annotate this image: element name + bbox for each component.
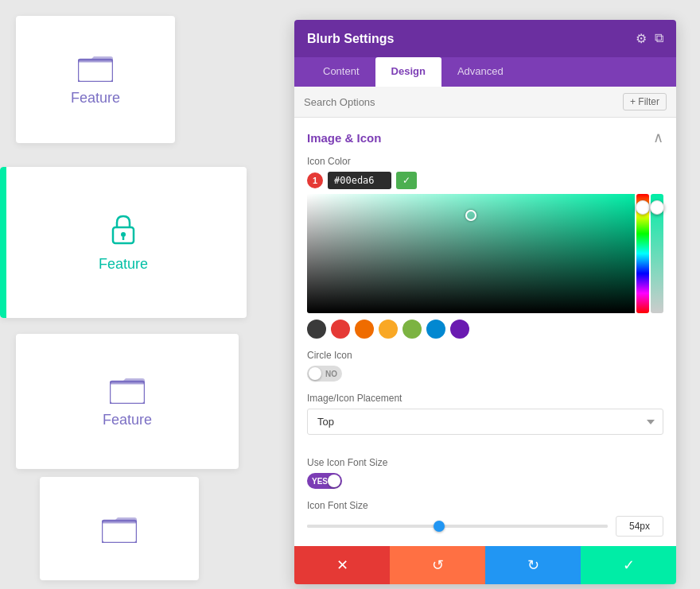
color-input-row: 1 ✓ [307,172,663,189]
opacity-handle [650,200,664,215]
section-collapse-icon[interactable]: ∧ [653,129,663,146]
tab-content[interactable]: Content [307,57,375,87]
color-swatches [307,320,663,339]
undo-button[interactable]: ↺ [390,546,485,584]
icon-font-size-value-input[interactable] [616,516,663,537]
range-track [307,525,608,528]
lock-icon [109,213,138,248]
svg-point-3 [121,232,126,237]
svg-rect-5 [110,382,145,404]
opacity-slider[interactable] [651,194,663,313]
feature-card-3: Feature [16,334,239,469]
feature-card-2: Feature [0,167,247,318]
filter-button[interactable]: + Filter [623,93,667,110]
section-header-image-icon: Image & Icon ∧ [307,129,663,146]
icon-color-field: Icon Color 1 ✓ [307,156,663,339]
circle-icon-label: Circle Icon [307,350,663,361]
settings-icon[interactable]: ⚙ [636,31,647,46]
search-bar: + Filter [294,87,676,118]
section-title-image-icon: Image & Icon [307,131,381,145]
placement-label: Image/Icon Placement [307,393,663,404]
swatch-green[interactable] [402,320,422,339]
use-icon-font-size-toggle[interactable]: YES [307,473,342,489]
hue-slider[interactable] [636,194,649,313]
toggle-knob-on [328,475,340,487]
panel-content: Image & Icon ∧ Icon Color 1 ✓ [294,118,676,546]
use-icon-font-size-label: Use Icon Font Size [307,457,663,468]
folder-icon-2 [110,375,145,404]
toggle-yes-label: YES [312,477,328,486]
header-icons: ⚙ ⧉ [636,31,663,46]
svg-rect-1 [78,60,113,63]
svg-rect-6 [110,382,145,385]
svg-rect-8 [102,521,137,524]
icon-font-size-label: Icon Font Size [307,500,663,511]
toggle-off-label: NO [325,370,337,378]
redo-button[interactable]: ↻ [485,546,581,584]
panel-header: Blurb Settings ⚙ ⧉ [294,20,676,57]
search-input[interactable] [304,96,463,108]
panel-title: Blurb Settings [307,32,394,46]
tab-design[interactable]: Design [375,57,441,87]
image-icon-section: Image & Icon ∧ Icon Color 1 ✓ [294,118,676,546]
bottom-toolbar: ✕ ↺ ↻ ✓ [294,546,676,584]
feature-card-1: Feature [16,16,175,143]
color-confirm-button[interactable]: ✓ [396,172,417,189]
cancel-button[interactable]: ✕ [294,546,390,584]
icon-color-label: Icon Color [307,156,663,167]
gradient-cursor [465,210,476,221]
icon-font-size-field: Icon Font Size [307,500,663,537]
svg-rect-0 [78,60,113,82]
color-badge-number: 1 [307,172,323,188]
gradient-main-area[interactable] [307,194,635,313]
card-3-label: Feature [103,412,152,428]
folder-icon [78,53,113,82]
swatch-red[interactable] [331,320,350,339]
swatch-yellow[interactable] [379,320,398,339]
save-button[interactable]: ✓ [581,546,676,584]
svg-rect-7 [102,521,137,543]
circle-icon-field: Circle Icon NO [307,350,663,382]
toggle-knob [309,367,321,380]
use-icon-font-size-toggle-row: YES [307,473,663,489]
icon-font-size-slider[interactable] [307,525,608,528]
folder-icon-3 [102,514,137,543]
swatch-blue[interactable] [426,320,445,339]
expand-icon[interactable]: ⧉ [655,31,663,46]
card-2-label: Feature [99,256,148,273]
tab-bar: Content Design Advanced [294,57,676,87]
hue-handle [636,200,650,215]
settings-panel: Blurb Settings ⚙ ⧉ Content Design Advanc… [294,20,676,584]
placement-select[interactable]: Top Left Right Bottom [307,409,663,435]
swatch-purple[interactable] [450,320,469,339]
card-1-label: Feature [71,90,120,107]
icon-font-size-slider-row [307,516,663,537]
circle-icon-toggle[interactable]: NO [307,366,342,382]
use-icon-font-size-field: Use Icon Font Size YES [307,457,663,489]
color-hex-input[interactable] [328,172,391,189]
teal-accent-bar [0,167,6,318]
feature-card-4 [40,477,199,580]
range-thumb [434,521,445,532]
placement-field: Image/Icon Placement Top Left Right Bott… [307,393,663,446]
tab-advanced[interactable]: Advanced [441,57,519,87]
circle-icon-toggle-row: NO [307,366,663,382]
color-gradient-picker[interactable] [307,194,663,313]
swatch-orange[interactable] [355,320,374,339]
swatch-black[interactable] [307,320,326,339]
